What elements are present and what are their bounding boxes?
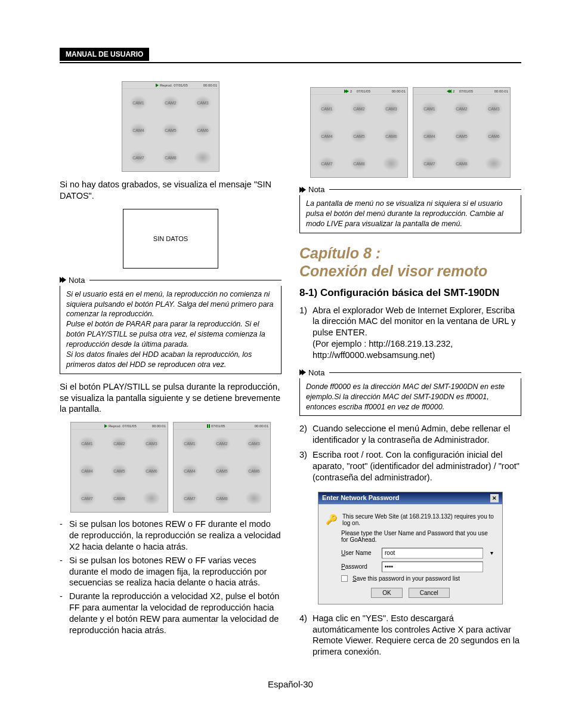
nota-line: Si el usuario está en el menú, la reprod… (66, 289, 275, 320)
bullet-text: Durante la reproducción a velocidad X2, … (69, 591, 282, 636)
key-icon: 🔑 (326, 514, 338, 525)
cam-label: CAM6 (385, 134, 397, 138)
dialog-msg: This secure Web Site (at 168.219.13.132)… (342, 513, 495, 526)
play-time: 00:00:01 (152, 424, 168, 428)
cam-label: CAM4 (184, 469, 195, 473)
sin-datos-box: SIN DATOS (123, 209, 218, 269)
cam-label: CAM6 (488, 134, 499, 138)
step-text: Abra el explorador Web de Internet Explo… (313, 306, 515, 338)
save-checkbox[interactable] (341, 575, 348, 582)
password-dialog: Enter Network Password✕ 🔑This secure Web… (318, 492, 503, 604)
cam-grid-playback: Reprod.07/01/05 00:00:01 CAM1CAM2CAM3 CA… (122, 81, 219, 172)
pause-time: 00:00:01 (255, 424, 270, 428)
nota-box-1: Si el usuario está en el menú, la reprod… (60, 286, 282, 374)
cam-label: CAM7 (423, 162, 435, 166)
cam-label: CAM6 (146, 469, 157, 473)
cam-label: CAM1 (321, 107, 332, 111)
play-icon (104, 424, 107, 428)
play-icon (156, 84, 159, 87)
cancel-button[interactable]: Cancel (409, 588, 450, 598)
cam-label: CAM2 (113, 442, 125, 446)
step-text: (Por ejemplo : http://168.219.13.232, ht… (313, 339, 453, 360)
nota-header: Nota (299, 368, 521, 377)
cam-label: CAM7 (81, 496, 92, 501)
cam-label: CAM4 (132, 128, 144, 132)
bullet-list: -Si se pulsan los botones REW o FF duran… (60, 519, 282, 636)
ff-date: 07/01/05 (357, 90, 370, 93)
pause-date: 07/01/05 (211, 424, 225, 428)
nota-text: Nota (308, 185, 324, 194)
cam-label: CAM3 (197, 101, 208, 105)
cam-grid-play2: Reprod.07/01/0500:00:01 CAM1CAM2CAM3 CAM… (70, 422, 168, 513)
password-input[interactable]: •••• (382, 562, 483, 572)
cam-grid-pause: 07/01/0500:00:01 CAM1CAM2CAM3 CAM4CAM5CA… (173, 422, 271, 513)
nota-text: Nota (69, 276, 85, 285)
header-title: MANUAL DE USUARIO (60, 48, 149, 61)
section-title: 8-1) Configuración básica del SMT-190DN (299, 287, 521, 299)
rw-time: 00:00:01 (494, 90, 510, 93)
cam-label: CAM3 (488, 107, 499, 111)
cam-label: CAM7 (132, 156, 144, 160)
bullet-text: Si se pulsan los botones REW o FF varias… (69, 555, 282, 589)
close-icon[interactable]: ✕ (490, 494, 499, 502)
rw-num: 2 (453, 90, 454, 93)
ok-button[interactable]: OK (371, 588, 402, 598)
nota-text: Nota (308, 368, 324, 377)
cam-label: CAM1 (132, 101, 144, 105)
left-column: Reprod.07/01/05 00:00:01 CAM1CAM2CAM3 CA… (60, 81, 282, 661)
cam-label: CAM8 (216, 496, 227, 501)
header-rule (60, 62, 521, 63)
dialog-title-text: Enter Network Password (322, 494, 400, 502)
step-text: Escriba root / root. Con la configuració… (313, 449, 521, 483)
cam-label: CAM1 (423, 107, 435, 111)
nota-line: Si los datos finales del HDD acaban la r… (66, 350, 275, 370)
play-date: 07/01/05 (174, 84, 187, 87)
cam-label: CAM4 (81, 469, 92, 473)
cam-label: CAM1 (81, 442, 92, 446)
cam-label: CAM1 (184, 442, 195, 446)
cam-grid-rw: 2 07/01/0500:00:01 CAM1CAM2CAM3 CAM4CAM5… (413, 87, 511, 178)
arrow-icon (62, 277, 66, 283)
cam-label: CAM8 (113, 496, 125, 501)
play-date: 07/01/05 (122, 424, 136, 428)
play-label: Reprod. (109, 424, 121, 428)
page-footer: Español-30 (60, 679, 521, 689)
step-text: Haga clic en "YES". Esto descargará auto… (313, 613, 521, 658)
cam-label: CAM8 (165, 156, 176, 160)
cam-grid-ff: 2 07/01/0500:00:01 CAM1CAM2CAM3 CAM4CAM5… (310, 87, 408, 178)
cam-label: CAM2 (353, 107, 364, 111)
rw-date: 07/01/05 (459, 90, 473, 93)
paragraph-playstill: Si el botón PLAY/STILL se pulsa durante … (60, 381, 282, 415)
chapter-line2: Conexión del visor remoto (299, 262, 521, 280)
cam-label: CAM8 (353, 162, 364, 166)
nota-box-2: La pantalla de menú no se visualiza ni s… (299, 195, 521, 233)
cam-label: CAM5 (353, 134, 364, 138)
cam-label: CAM2 (216, 442, 227, 446)
nota-line: Pulse el botón de PARAR para parar la re… (66, 319, 275, 350)
play-label: Reprod. (160, 84, 172, 87)
cam-label: CAM5 (113, 469, 125, 473)
arrow-icon (302, 187, 306, 193)
pause-icon (207, 424, 210, 428)
cam-label: CAM5 (456, 134, 467, 138)
cam-label: CAM4 (423, 134, 435, 138)
cam-label: CAM5 (216, 469, 227, 473)
cam-label: CAM3 (385, 107, 397, 111)
cam-label: CAM2 (165, 101, 176, 105)
play-time: 00:00:01 (203, 84, 219, 87)
ff-icon (344, 90, 349, 93)
arrow-icon (302, 369, 306, 375)
step-text: Cuando seleccione el menú Admin, debe re… (313, 423, 521, 446)
cam-label: CAM6 (197, 128, 208, 132)
chapter-title: Capítulo 8 : Conexión del visor remoto (299, 244, 521, 280)
cam-label: CAM5 (165, 128, 176, 132)
bullet-text: Si se pulsan los botones REW o FF durant… (69, 519, 282, 553)
paragraph-no-data: Si no hay datos grabados, se visualiza e… (60, 179, 282, 202)
rw-icon (447, 90, 452, 93)
chapter-line1: Capítulo 8 : (299, 244, 521, 262)
username-input[interactable]: root (382, 548, 483, 559)
cam-label: CAM7 (184, 496, 195, 501)
cam-label: CAM3 (248, 442, 259, 446)
cam-label: CAM6 (248, 469, 259, 473)
cam-label: CAM7 (321, 162, 332, 166)
